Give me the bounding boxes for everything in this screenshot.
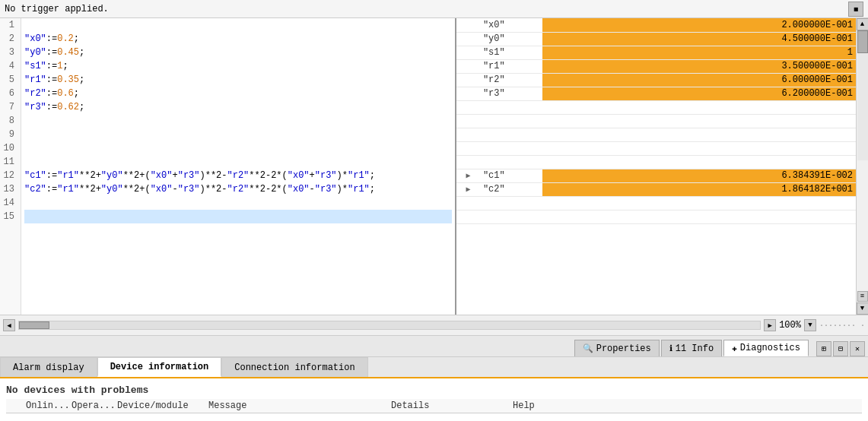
table-row: "r1" 3.500000E-001 bbox=[456, 59, 856, 73]
var-name-2: "s1" bbox=[480, 46, 542, 59]
h-scroll-left[interactable]: ◀ bbox=[3, 319, 15, 331]
view-toggle-1[interactable]: ⊞ bbox=[816, 341, 831, 356]
bth-help: Help bbox=[508, 400, 862, 411]
connection-information-label: Connection information bbox=[234, 362, 355, 373]
var-name-5: "r3" bbox=[480, 87, 542, 100]
var-name-11: "c1" bbox=[480, 169, 542, 182]
scroll-up-arrow[interactable]: ▲ bbox=[857, 18, 869, 30]
code-line-7: "r3":=0.62; bbox=[24, 100, 452, 114]
bth-icon bbox=[6, 400, 21, 411]
line-num-3: 3 bbox=[0, 46, 17, 59]
code-line-14 bbox=[24, 196, 452, 210]
bottom-tab-bar: Alarm display Device information Connect… bbox=[0, 357, 868, 378]
var-value-0: 2.000000E-001 bbox=[542, 18, 856, 32]
bth-details: Details bbox=[386, 400, 508, 411]
tab-diagnostics-label: Diagnostics bbox=[740, 343, 800, 353]
device-information-label: Device information bbox=[110, 362, 209, 372]
view-toggle-2[interactable]: ⊟ bbox=[833, 341, 848, 356]
table-row bbox=[456, 114, 856, 128]
toolbar-icons: ⊞ ⊟ ✕ bbox=[816, 341, 865, 356]
code-line-5: "r1":=0.35; bbox=[24, 73, 452, 87]
line-num-9: 9 bbox=[0, 128, 17, 141]
table-row bbox=[456, 196, 856, 210]
scroll-down-arrow[interactable]: ▼ bbox=[857, 302, 869, 315]
code-line-2: "x0":=0.2; bbox=[24, 32, 452, 46]
code-line-3: "y0":=0.45; bbox=[24, 46, 452, 59]
tab-diagnostics[interactable]: ✚ Diagnostics bbox=[723, 340, 809, 356]
variables-panel: "x0" 2.000000E-001 "y0" 4.500000E-001 "s… bbox=[456, 18, 856, 315]
var-value-2: 1 bbox=[542, 46, 856, 59]
right-scrollbar[interactable]: ▲ ≡ ▼ bbox=[856, 18, 868, 315]
code-line-10 bbox=[24, 141, 452, 155]
h-scroll-track[interactable] bbox=[18, 321, 761, 330]
var-name-1: "y0" bbox=[480, 32, 542, 46]
scroll-thumb[interactable] bbox=[857, 30, 868, 53]
diagnostics-icon: ✚ bbox=[732, 343, 737, 353]
line-num-2: 2 bbox=[0, 32, 17, 46]
bottom-panel: Alarm display Device information Connect… bbox=[0, 357, 868, 421]
zoom-label: 100% bbox=[779, 320, 801, 331]
bottom-table-header: Onlin... Opera... Device/module Message … bbox=[6, 399, 862, 413]
var-name-3: "r1" bbox=[480, 59, 542, 73]
var-value-3: 3.500000E-001 bbox=[542, 59, 856, 73]
table-row: "x0" 2.000000E-001 bbox=[456, 18, 856, 32]
var-value-1: 4.500000E-001 bbox=[542, 32, 856, 46]
expand-icon-12[interactable]: ▶ bbox=[466, 185, 470, 194]
tab-device-information[interactable]: Device information bbox=[97, 357, 222, 377]
table-row: "r3" 6.200000E-001 bbox=[456, 87, 856, 100]
code-panel: 1 2 3 4 5 6 7 8 9 10 11 12 13 14 15 "x0"… bbox=[0, 18, 456, 315]
h-scroll-thumb[interactable] bbox=[19, 321, 49, 329]
main-area: 1 2 3 4 5 6 7 8 9 10 11 12 13 14 15 "x0"… bbox=[0, 18, 868, 315]
tab-info[interactable]: ℹ 11 Info bbox=[661, 340, 722, 356]
line-num-12: 12 bbox=[0, 169, 17, 182]
var-value-12: 1.864182E+001 bbox=[542, 182, 856, 196]
code-line-11 bbox=[24, 155, 452, 169]
line-num-7: 7 bbox=[0, 100, 17, 114]
tab-properties-label: Properties bbox=[596, 343, 651, 354]
code-line-4: "s1":=1; bbox=[24, 59, 452, 73]
scroll-track[interactable] bbox=[857, 30, 868, 160]
line-numbers: 1 2 3 4 5 6 7 8 9 10 11 12 13 14 15 bbox=[0, 18, 21, 315]
var-name-12: "c2" bbox=[480, 182, 542, 196]
bth-message: Message bbox=[204, 400, 386, 411]
line-num-8: 8 bbox=[0, 114, 17, 128]
no-trigger-text: No trigger applied. bbox=[5, 4, 109, 14]
bth-device: Device/module bbox=[113, 400, 204, 411]
table-row bbox=[456, 100, 856, 114]
line-num-15: 15 bbox=[0, 210, 17, 223]
tab-properties[interactable]: 🔍 Properties bbox=[574, 340, 660, 356]
code-editor[interactable]: "x0":=0.2; "y0":=0.45; "s1":=1; "r1":=0.… bbox=[21, 18, 455, 315]
table-row: "y0" 4.500000E-001 bbox=[456, 32, 856, 46]
status-bar: ◀ ▶ 100% ▼ ········ · bbox=[0, 315, 868, 336]
table-row bbox=[456, 155, 856, 169]
zoom-dropdown[interactable]: ▼ bbox=[804, 319, 816, 331]
close-panel-btn[interactable]: ✕ bbox=[850, 341, 865, 356]
tool-tabs: 🔍 Properties ℹ 11 Info ✚ Diagnostics ⊞ ⊟… bbox=[0, 336, 868, 357]
code-line-15 bbox=[24, 210, 452, 223]
table-row: ▶ "c2" 1.864182E+001 bbox=[456, 182, 856, 196]
code-line-9 bbox=[24, 128, 452, 141]
bth-opera: Opera... bbox=[67, 400, 113, 411]
table-row: "s1" 1 bbox=[456, 46, 856, 59]
split-icon[interactable]: ≡ bbox=[857, 291, 868, 302]
line-num-13: 13 bbox=[0, 182, 17, 196]
h-scroll-right[interactable]: ▶ bbox=[764, 319, 776, 331]
expand-icon-11[interactable]: ▶ bbox=[466, 172, 470, 180]
code-line-12: "c1":="r1"**2+"y0"**2+("x0"+"r3")**2-"r2… bbox=[24, 169, 452, 182]
zoom-section: 100% ▼ bbox=[779, 319, 816, 331]
var-value-4: 6.000000E-001 bbox=[542, 73, 856, 87]
line-num-5: 5 bbox=[0, 73, 17, 87]
table-row: ▶ "c1" 6.384391E-002 bbox=[456, 169, 856, 182]
tab-connection-information[interactable]: Connection information bbox=[221, 357, 367, 377]
tab-alarm-display[interactable]: Alarm display bbox=[0, 357, 97, 377]
bth-online: Onlin... bbox=[21, 400, 67, 411]
top-bar-icon[interactable]: ◼ bbox=[848, 2, 863, 17]
line-num-4: 4 bbox=[0, 59, 17, 73]
var-value-5: 6.200000E-001 bbox=[542, 87, 856, 100]
ruler-dots: ········ · bbox=[819, 321, 865, 330]
no-devices-text: No devices with problems bbox=[6, 381, 862, 399]
alarm-display-label: Alarm display bbox=[13, 362, 84, 373]
var-name-4: "r2" bbox=[480, 73, 542, 87]
var-name-0: "x0" bbox=[480, 18, 542, 32]
code-line-13: "c2":="r1"**2+"y0"**2+("x0"-"r3")**2-"r2… bbox=[24, 182, 452, 196]
